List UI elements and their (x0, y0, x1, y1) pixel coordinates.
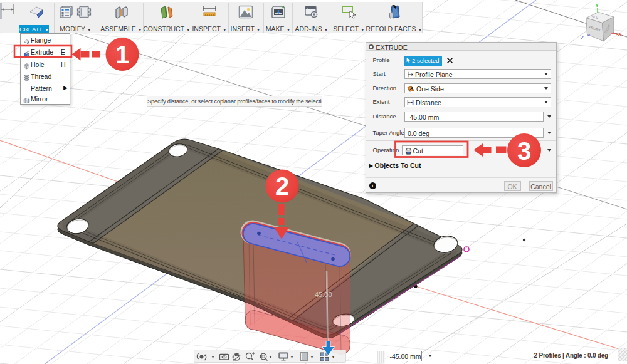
svg-text:45.00: 45.00 (315, 291, 332, 298)
svg-text:Y: Y (596, 3, 599, 8)
svg-text:-X: -X (616, 31, 621, 37)
svg-text:Z: Z (581, 34, 584, 41)
svg-text:2: 2 (275, 172, 289, 200)
svg-text:>_: >_ (307, 7, 310, 10)
